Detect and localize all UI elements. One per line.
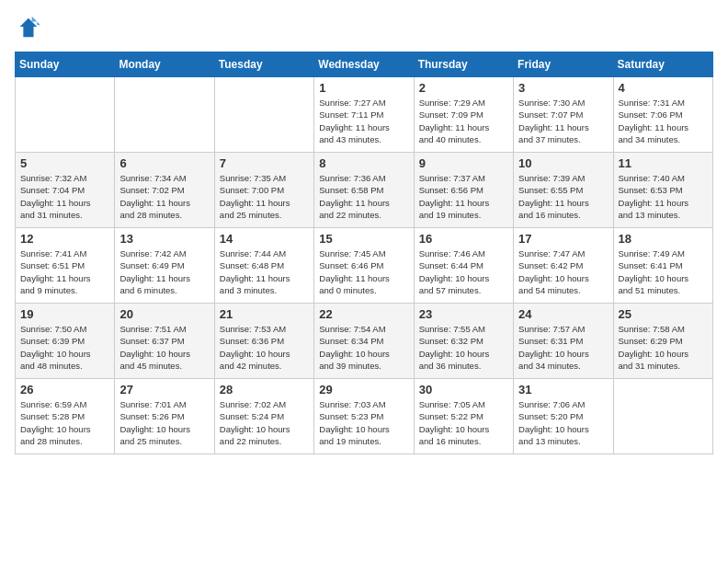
day-info: Sunrise: 7:53 AM Sunset: 6:36 PM Dayligh… — [220, 323, 309, 372]
day-number: 9 — [419, 156, 508, 170]
calendar-cell: 25Sunrise: 7:58 AM Sunset: 6:29 PM Dayli… — [613, 304, 712, 379]
calendar-cell: 27Sunrise: 7:01 AM Sunset: 5:26 PM Dayli… — [115, 379, 214, 454]
day-number: 14 — [220, 232, 309, 246]
calendar-cell: 21Sunrise: 7:53 AM Sunset: 6:36 PM Dayli… — [214, 304, 313, 379]
day-number: 24 — [518, 307, 608, 321]
calendar-table: SundayMondayTuesdayWednesdayThursdayFrid… — [15, 52, 713, 454]
calendar-cell: 2Sunrise: 7:29 AM Sunset: 7:09 PM Daylig… — [414, 77, 513, 153]
day-info: Sunrise: 7:39 AM Sunset: 6:55 PM Dayligh… — [518, 172, 608, 221]
day-number: 28 — [220, 383, 309, 396]
weekday-header: Saturday — [613, 52, 712, 77]
calendar-cell: 1Sunrise: 7:27 AM Sunset: 7:11 PM Daylig… — [314, 77, 414, 153]
day-info: Sunrise: 7:46 AM Sunset: 6:44 PM Dayligh… — [419, 247, 508, 296]
weekday-header: Thursday — [414, 52, 513, 77]
day-number: 13 — [119, 232, 209, 246]
weekday-header: Friday — [514, 52, 613, 77]
day-info: Sunrise: 7:42 AM Sunset: 6:49 PM Dayligh… — [119, 247, 209, 296]
day-info: Sunrise: 7:02 AM Sunset: 5:24 PM Dayligh… — [220, 398, 309, 447]
calendar-cell: 15Sunrise: 7:45 AM Sunset: 6:46 PM Dayli… — [314, 228, 414, 304]
calendar-header-row: SundayMondayTuesdayWednesdayThursdayFrid… — [16, 52, 713, 77]
day-number: 6 — [119, 156, 209, 170]
calendar-cell: 31Sunrise: 7:06 AM Sunset: 5:20 PM Dayli… — [514, 379, 613, 454]
day-number: 3 — [518, 81, 608, 95]
calendar-cell — [613, 379, 712, 454]
calendar-cell: 16Sunrise: 7:46 AM Sunset: 6:44 PM Dayli… — [414, 228, 513, 304]
day-info: Sunrise: 7:54 AM Sunset: 6:34 PM Dayligh… — [319, 323, 408, 372]
calendar-cell: 30Sunrise: 7:05 AM Sunset: 5:22 PM Dayli… — [414, 379, 513, 454]
day-number: 2 — [419, 81, 508, 95]
day-number: 15 — [319, 232, 408, 246]
day-info: Sunrise: 7:50 AM Sunset: 6:39 PM Dayligh… — [20, 323, 109, 372]
day-info: Sunrise: 7:32 AM Sunset: 7:04 PM Dayligh… — [20, 172, 109, 221]
calendar-cell: 24Sunrise: 7:57 AM Sunset: 6:31 PM Dayli… — [514, 304, 613, 379]
day-number: 12 — [20, 232, 109, 246]
day-info: Sunrise: 7:27 AM Sunset: 7:11 PM Dayligh… — [319, 97, 408, 145]
calendar-cell: 3Sunrise: 7:30 AM Sunset: 7:07 PM Daylig… — [514, 77, 613, 153]
day-info: Sunrise: 7:58 AM Sunset: 6:29 PM Dayligh… — [619, 323, 708, 372]
weekday-header: Monday — [115, 52, 214, 77]
day-info: Sunrise: 7:34 AM Sunset: 7:02 PM Dayligh… — [119, 172, 209, 221]
day-number: 27 — [119, 383, 209, 396]
day-number: 4 — [619, 81, 708, 95]
day-info: Sunrise: 7:51 AM Sunset: 6:37 PM Dayligh… — [119, 323, 209, 372]
calendar-cell: 14Sunrise: 7:44 AM Sunset: 6:48 PM Dayli… — [214, 228, 313, 304]
weekday-header: Tuesday — [214, 52, 313, 77]
calendar-cell — [16, 77, 115, 153]
day-number: 31 — [518, 383, 608, 396]
day-number: 7 — [220, 156, 309, 170]
calendar-cell: 17Sunrise: 7:47 AM Sunset: 6:42 PM Dayli… — [514, 228, 613, 304]
day-info: Sunrise: 7:41 AM Sunset: 6:51 PM Dayligh… — [20, 247, 109, 296]
day-number: 11 — [619, 156, 708, 170]
day-info: Sunrise: 7:55 AM Sunset: 6:32 PM Dayligh… — [419, 323, 508, 372]
day-number: 1 — [319, 81, 408, 95]
calendar-cell: 11Sunrise: 7:40 AM Sunset: 6:53 PM Dayli… — [613, 153, 712, 228]
calendar-week-row: 19Sunrise: 7:50 AM Sunset: 6:39 PM Dayli… — [16, 304, 713, 379]
calendar-cell: 18Sunrise: 7:49 AM Sunset: 6:41 PM Dayli… — [613, 228, 712, 304]
day-info: Sunrise: 7:37 AM Sunset: 6:56 PM Dayligh… — [419, 172, 508, 221]
day-number: 29 — [319, 383, 408, 396]
calendar-week-row: 5Sunrise: 7:32 AM Sunset: 7:04 PM Daylig… — [16, 153, 713, 228]
day-number: 16 — [419, 232, 508, 246]
day-info: Sunrise: 7:57 AM Sunset: 6:31 PM Dayligh… — [518, 323, 608, 372]
day-number: 22 — [319, 307, 408, 321]
day-info: Sunrise: 7:05 AM Sunset: 5:22 PM Dayligh… — [419, 398, 508, 447]
day-number: 10 — [518, 156, 608, 170]
day-info: Sunrise: 7:06 AM Sunset: 5:20 PM Dayligh… — [518, 398, 608, 447]
calendar-cell: 28Sunrise: 7:02 AM Sunset: 5:24 PM Dayli… — [214, 379, 313, 454]
day-info: Sunrise: 6:59 AM Sunset: 5:28 PM Dayligh… — [20, 398, 109, 447]
calendar-week-row: 26Sunrise: 6:59 AM Sunset: 5:28 PM Dayli… — [16, 379, 713, 454]
day-info: Sunrise: 7:49 AM Sunset: 6:41 PM Dayligh… — [619, 247, 708, 296]
day-number: 23 — [419, 307, 508, 321]
day-info: Sunrise: 7:45 AM Sunset: 6:46 PM Dayligh… — [319, 247, 408, 296]
page-header — [15, 15, 713, 40]
day-info: Sunrise: 7:36 AM Sunset: 6:58 PM Dayligh… — [319, 172, 408, 221]
calendar-cell: 26Sunrise: 6:59 AM Sunset: 5:28 PM Dayli… — [16, 379, 115, 454]
calendar-cell: 19Sunrise: 7:50 AM Sunset: 6:39 PM Dayli… — [16, 304, 115, 379]
calendar-cell: 12Sunrise: 7:41 AM Sunset: 6:51 PM Dayli… — [16, 228, 115, 304]
calendar-cell: 20Sunrise: 7:51 AM Sunset: 6:37 PM Dayli… — [115, 304, 214, 379]
day-number: 19 — [20, 307, 109, 321]
calendar-cell: 7Sunrise: 7:35 AM Sunset: 7:00 PM Daylig… — [214, 153, 313, 228]
day-number: 18 — [619, 232, 708, 246]
day-number: 30 — [419, 383, 508, 396]
weekday-header: Wednesday — [314, 52, 414, 77]
calendar-cell: 23Sunrise: 7:55 AM Sunset: 6:32 PM Dayli… — [414, 304, 513, 379]
day-info: Sunrise: 7:03 AM Sunset: 5:23 PM Dayligh… — [319, 398, 408, 447]
calendar-cell — [115, 77, 214, 153]
day-info: Sunrise: 7:01 AM Sunset: 5:26 PM Dayligh… — [119, 398, 209, 447]
day-number: 8 — [319, 156, 408, 170]
day-info: Sunrise: 7:35 AM Sunset: 7:00 PM Dayligh… — [220, 172, 309, 221]
day-number: 25 — [619, 307, 708, 321]
calendar-cell: 9Sunrise: 7:37 AM Sunset: 6:56 PM Daylig… — [414, 153, 513, 228]
day-number: 5 — [20, 156, 109, 170]
day-info: Sunrise: 7:47 AM Sunset: 6:42 PM Dayligh… — [518, 247, 608, 296]
calendar-cell — [214, 77, 313, 153]
day-number: 17 — [518, 232, 608, 246]
calendar-cell: 10Sunrise: 7:39 AM Sunset: 6:55 PM Dayli… — [514, 153, 613, 228]
calendar-cell: 6Sunrise: 7:34 AM Sunset: 7:02 PM Daylig… — [115, 153, 214, 228]
calendar-cell: 29Sunrise: 7:03 AM Sunset: 5:23 PM Dayli… — [314, 379, 414, 454]
logo — [15, 15, 44, 40]
day-number: 26 — [20, 383, 109, 396]
day-number: 21 — [220, 307, 309, 321]
logo-icon — [15, 15, 40, 40]
